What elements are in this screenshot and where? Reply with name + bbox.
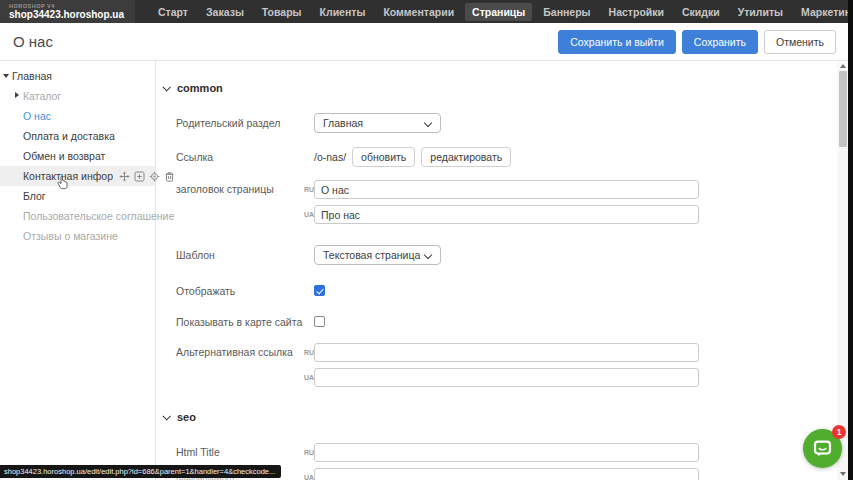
chevron-down-icon [163, 414, 170, 421]
tree-item-label: Каталог [23, 90, 61, 102]
menu-item-comments[interactable]: Комментарии [376, 3, 461, 21]
tree-item-blog[interactable]: Блог [0, 186, 155, 206]
field-page-title: заголовок страницы RU UA [157, 180, 837, 224]
field-parent-section: Родительский раздел Главная [157, 113, 837, 133]
page-title-ua-input[interactable] [314, 205, 699, 224]
alt-link-ru-input[interactable] [314, 343, 699, 362]
tree-item-obmen[interactable]: Обмен и возврат [0, 146, 155, 166]
section-seo-header[interactable]: seo [157, 410, 837, 424]
cancel-button[interactable]: Отменить [764, 30, 836, 54]
field-label: Отображать [157, 285, 314, 297]
lang-badge-ru: RU [304, 443, 311, 462]
save-and-exit-button[interactable]: Сохранить и выйти [558, 30, 676, 54]
field-label: Родительский раздел [157, 113, 314, 133]
menu-item-clients[interactable]: Клиенты [313, 3, 373, 21]
parent-section-select[interactable]: Главная [314, 113, 441, 133]
field-label: Html Title [157, 443, 304, 462]
tree-item-label: Пользовательское соглашение [23, 210, 174, 222]
field-link: Ссылка /o-nas/ обновить редактировать [157, 147, 837, 167]
top-navigation-bar: HOROSHOP V4 shop34423.horoshop.ua Старт … [0, 0, 848, 23]
tree-item-o-nas[interactable]: О нас [0, 106, 155, 126]
chevron-down-icon [163, 85, 170, 92]
status-url-tooltip: shop34423.horoshop.ua/edit/edit.php?id=6… [0, 465, 281, 478]
page-title: О нас [13, 33, 53, 50]
page-title-ru-input[interactable] [314, 180, 699, 199]
pages-tree-sidebar: Главная Каталог О нас Оплата и доставка … [0, 61, 156, 480]
chevron-down-icon[interactable] [3, 74, 9, 78]
menu-item-orders[interactable]: Заказы [199, 3, 251, 21]
delete-icon[interactable] [164, 171, 175, 182]
html-title-ua-input[interactable] [314, 468, 699, 480]
tree-item-kontaktnaya[interactable]: Контактная инфор [0, 166, 155, 186]
scrollbar-thumb[interactable] [839, 71, 847, 147]
tree-item-label: О нас [23, 110, 51, 122]
logo-domain-text: shop34423.horoshop.ua [9, 9, 124, 20]
tree-item-label: Обмен и возврат [23, 150, 105, 162]
field-sitemap: Показывать в карте сайта [157, 316, 837, 328]
lang-badge-ua: UA [304, 205, 311, 224]
scroll-down-arrow[interactable] [837, 469, 848, 479]
logo[interactable]: HOROSHOP V4 shop34423.horoshop.ua [0, 0, 135, 23]
field-label: Ссылка [157, 147, 314, 167]
field-display: Отображать [157, 285, 837, 297]
section-title: common [177, 82, 223, 94]
field-label: заголовок страницы [157, 180, 304, 199]
tree-item-label: Блог [23, 190, 46, 202]
tree-item-label: Оплата и доставка [23, 130, 115, 142]
menu-item-utilities[interactable]: Утилиты [731, 3, 790, 21]
field-alt-link: Альтернативная ссылка RU UA [157, 343, 837, 387]
field-label: Шаблон [157, 245, 314, 265]
save-button[interactable]: Сохранить [682, 30, 758, 54]
menu-item-pages[interactable]: Страницы [465, 3, 532, 21]
vertical-scrollbar[interactable] [837, 61, 848, 480]
tree-item-polzovatelskoe[interactable]: Пользовательское соглашение [0, 206, 155, 226]
section-common-header[interactable]: common [157, 81, 837, 95]
menu-item-marketing[interactable]: Маркетинг [794, 3, 853, 21]
link-value: /o-nas/ [314, 147, 346, 167]
settings-icon[interactable] [149, 171, 160, 182]
html-title-ru-input[interactable] [314, 443, 699, 462]
page-header: О нас Сохранить и выйти Сохранить Отмени… [0, 23, 848, 61]
alt-link-ua-input[interactable] [314, 368, 699, 387]
template-select[interactable]: Текстовая страница [314, 245, 441, 265]
sitemap-checkbox[interactable] [314, 316, 325, 327]
tree-item-oplata[interactable]: Оплата и доставка [0, 126, 155, 146]
link-update-button[interactable]: обновить [352, 147, 415, 167]
move-icon[interactable] [119, 171, 130, 182]
add-icon[interactable] [134, 171, 145, 182]
lang-badge-ua: UA [304, 468, 311, 480]
menu-item-settings[interactable]: Настройки [602, 3, 671, 21]
section-title: seo [177, 411, 196, 423]
tree-item-label: Контактная инфор [23, 170, 113, 182]
menu-item-products[interactable]: Товары [255, 3, 309, 21]
lang-badge-ua: UA [304, 368, 311, 387]
top-menu: Старт Заказы Товары Клиенты Комментарии … [151, 0, 853, 23]
lang-badge-ru: RU [304, 343, 311, 362]
field-label: Показывать в карте сайта [157, 316, 314, 328]
tree-item-label: Главная [12, 70, 52, 82]
display-checkbox[interactable] [314, 285, 325, 296]
menu-item-banners[interactable]: Баннеры [536, 3, 597, 21]
chat-widget-button[interactable]: 1 [803, 429, 842, 468]
chat-unread-badge: 1 [832, 425, 846, 439]
menu-item-discounts[interactable]: Скидки [675, 3, 727, 21]
page-edit-form: common Родительский раздел Главная Ссылк… [157, 61, 837, 480]
link-edit-button[interactable]: редактировать [421, 147, 511, 167]
tree-item-label: Отзывы о магазине [23, 230, 118, 242]
lang-badge-ru: RU [304, 180, 311, 199]
chevron-right-icon[interactable] [15, 92, 19, 98]
menu-item-start[interactable]: Старт [151, 3, 195, 21]
field-template: Шаблон Текстовая страница [157, 245, 837, 265]
tree-item-katalog[interactable]: Каталог [0, 86, 155, 106]
tree-item-glavnaya[interactable]: Главная [0, 66, 155, 86]
tree-item-otzyvy[interactable]: Отзывы о магазине [0, 226, 155, 246]
screen-edge-strip [848, 0, 853, 480]
field-label: Альтернативная ссылка [157, 343, 304, 362]
scroll-up-arrow[interactable] [837, 61, 848, 71]
chat-bubble-icon [811, 437, 834, 460]
